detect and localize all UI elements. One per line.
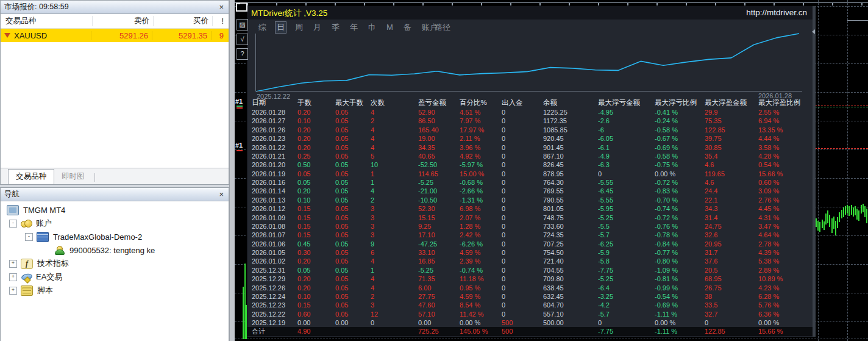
column-buy[interactable]: 买价 [154, 16, 213, 26]
menu-item-path[interactable]: 路径 [433, 22, 452, 32]
candle [827, 210, 828, 223]
table-cell-balance: 557.10 [543, 310, 598, 318]
table-cell-count: 4 [371, 275, 418, 283]
table-cell-pct: 17.97 % [460, 126, 502, 134]
candle [816, 218, 817, 227]
panel-scrollbar[interactable] [813, 6, 816, 337]
table-cell-lots: 0.10 [297, 196, 335, 204]
price-line-red-2[interactable] [815, 148, 868, 149]
folder-arrow-icon[interactable] [236, 2, 247, 12]
table-cell-max_lots: 0.05 [335, 214, 371, 222]
tree-item[interactable]: +脚本 [1, 284, 229, 297]
table-cell-max_float_loss_pct: -0.76 % [655, 222, 705, 231]
tab-symbols[interactable]: 交易品种 [8, 169, 54, 184]
menu-item-季[interactable]: 季 [330, 22, 341, 33]
table-cell-date: 2026.01.19 [252, 170, 297, 178]
tree-item[interactable]: TMGM MT4 [1, 203, 229, 217]
menu-item-巾[interactable]: 巾 [367, 22, 377, 33]
sqrt-button[interactable]: √ [237, 34, 248, 45]
table-cell-inout: 500 [502, 327, 543, 336]
tab-tick-chart[interactable]: 即时图 [54, 170, 92, 184]
table-cell-pct: 2.07 % [460, 214, 502, 222]
tree-item[interactable]: +f技术指标 [1, 257, 229, 270]
table-cell-pl: 0.00 [418, 318, 460, 327]
expand-icon[interactable]: + [9, 260, 17, 268]
tree-item[interactable]: 990005532: tengteng ke [1, 243, 229, 257]
table-cell-date: 2026.01.12 [252, 204, 297, 213]
trade-marker-1[interactable]: #1 [235, 98, 243, 105]
price-line-green[interactable] [815, 107, 868, 107]
table-cell-max_float_loss_pct: -1.09 % [655, 266, 705, 275]
symbol-row-xauusd[interactable]: XAUUSD 5291.26 5291.35 9 [1, 29, 229, 42]
table-cell-max_float_profit_pct: 5.76 % [758, 301, 816, 309]
trade-marker-2[interactable]: #1 [235, 142, 243, 149]
table-cell-max_lots: 0.05 [335, 170, 371, 178]
image-button[interactable]: ▨ [237, 19, 248, 31]
table-cell-max_float_loss_pct: -0.58 % [655, 126, 705, 134]
table-cell-max_float_profit: 119.65 [705, 170, 758, 178]
table-cell-inout: 0 [502, 108, 543, 117]
help-button[interactable]: ? [237, 48, 248, 60]
tree-item[interactable]: -TradeMaxGlobal-Demo-2 [1, 230, 229, 243]
table-cell-pl: 114.65 [418, 170, 460, 178]
table-cell-pl: 57.10 [418, 310, 460, 318]
script-icon [21, 285, 33, 296]
column-symbol[interactable]: 交易品种 [1, 16, 93, 26]
table-cell-max_float_loss: -2.6 [598, 117, 655, 125]
table-cell-balance: 1085.85 [543, 126, 598, 134]
candle [861, 205, 862, 214]
market-watch-close-icon[interactable]: × [218, 3, 225, 11]
ea-icon [21, 273, 32, 282]
table-cell-max_lots: 0.05 [335, 108, 371, 117]
navigator-titlebar: 导航 × [1, 188, 229, 201]
table-cell-count: 4 [371, 257, 418, 265]
table-cell-balance: 920.45 [543, 134, 598, 143]
table-cell-pl: 34.35 [418, 143, 460, 152]
candle [847, 205, 848, 214]
table-cell-lots: 0.20 [297, 143, 335, 152]
candle [819, 222, 820, 232]
menu-item-月[interactable]: 月 [312, 22, 322, 33]
table-cell-pl: -21.00 [418, 187, 460, 195]
table-cell-date: 2026.01.22 [252, 143, 297, 152]
table-cell-max_float_loss: -3.25 [598, 292, 655, 301]
table-header-cell: 盈亏金额 [418, 98, 460, 108]
table-cell-max_float_loss: -5.5 [598, 222, 655, 231]
expand-icon[interactable]: + [9, 273, 17, 281]
table-row: 2026.01.210.250.05540.654.92 %0867.10-4.… [247, 152, 816, 160]
table-cell-inout: 0 [502, 214, 543, 222]
menu-item-周[interactable]: 周 [294, 22, 304, 33]
collapse-icon[interactable]: - [25, 233, 33, 241]
table-cell-max_float_loss: -6.25 [598, 240, 655, 248]
menu-item-日[interactable]: 日 [276, 22, 286, 33]
table-cell-max_float_profit_pct: 4.64 % [758, 231, 816, 239]
table-header-cell: 百分比% [460, 98, 502, 108]
collapse-icon[interactable]: - [9, 220, 17, 228]
navigator-close-icon[interactable]: × [218, 190, 225, 198]
tree-item[interactable]: +EA交易 [1, 270, 229, 284]
table-cell-max_float_loss: -6 [598, 126, 655, 134]
market-watch-tabs: 交易品种 即时图 [1, 168, 229, 184]
menu-item-M[interactable]: M [385, 22, 394, 33]
table-cell-count: 4 [371, 108, 418, 117]
table-cell-balance: 604.70 [543, 301, 598, 309]
tree-item[interactable]: -账户 [1, 217, 229, 230]
table-cell-max_float_loss: -5.25 [598, 214, 655, 222]
menu-item-备[interactable]: 备 [402, 22, 413, 33]
expand-icon[interactable]: + [9, 287, 17, 295]
table-cell-max_float_loss_pct: -0.83 % [655, 187, 705, 195]
table-cell-max_float_loss_pct: -1.11 % [655, 327, 705, 336]
column-alert[interactable]: ! [213, 17, 229, 26]
table-cell-pct: 0.95 % [460, 284, 502, 292]
table-cell-pl: 9.25 [418, 222, 460, 231]
menu-item-年[interactable]: 年 [349, 22, 359, 33]
table-cell-max_float_loss: -5.9 [598, 248, 655, 257]
table-cell-lots: 0.05 [297, 178, 335, 187]
menu-item-综[interactable]: 综 [257, 22, 268, 33]
table-cell-max_lots: 0.05 [335, 240, 371, 248]
column-sell[interactable]: 卖价 [93, 16, 154, 26]
table-cell-count: 4 [371, 143, 418, 152]
candle [848, 206, 850, 216]
table-cell-inout: 0 [502, 222, 543, 231]
price-line-red-1[interactable] [815, 106, 868, 106]
